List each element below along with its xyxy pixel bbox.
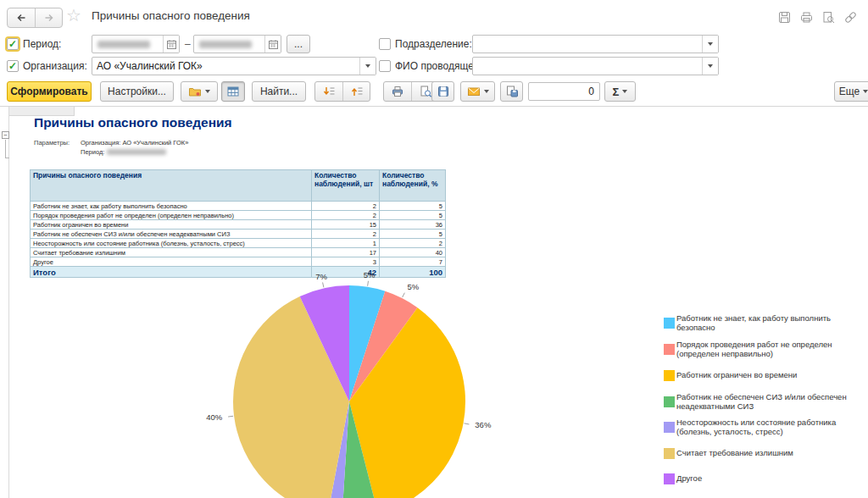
outline-gutter-line (8, 107, 9, 498)
save-result-button[interactable] (431, 81, 454, 102)
report-variants-button[interactable] (181, 81, 218, 102)
autosum-button[interactable]: Σ (604, 81, 636, 102)
favorite-star-icon[interactable]: ☆ (66, 5, 81, 25)
legend-item: Работник не знает, как работу выполнить … (664, 314, 867, 332)
table-cell-pct: 36 (380, 220, 446, 230)
print-button[interactable] (384, 82, 411, 101)
pie-label-tick (465, 423, 470, 424)
organization-checkbox[interactable] (7, 60, 19, 72)
table-header-row: Причины опасного поведения Количество на… (31, 170, 446, 202)
period-start-redacted-value (97, 41, 150, 48)
legend-item: Работник ограничен во времени (664, 370, 797, 381)
settings-button[interactable]: Настройки... (100, 81, 174, 102)
table-cell-label: Порядок проведения работ не определен (о… (31, 211, 312, 220)
legend-item: Неосторожность или состояние работника (… (664, 418, 867, 436)
column-header-count: Количество наблюдений, шт (312, 170, 380, 202)
organization-value: АО «Учалинский ГОК» (92, 60, 359, 72)
legend-label: Работник ограничен во времени (676, 371, 797, 380)
table-cell-count: 3 (312, 257, 380, 267)
organization-dropdown-button[interactable] (359, 58, 376, 75)
legend-swatch (664, 422, 675, 433)
legend-item: Считает требование излишним (664, 448, 793, 459)
nav-history-group (7, 8, 63, 28)
table-cell-label: Считает требование излишним (31, 248, 312, 257)
pie-percent-label: 36% (475, 420, 492, 429)
period-end-redacted-value (199, 41, 252, 48)
table-cell-count: 2 (312, 202, 380, 211)
pie-label-tick (403, 293, 405, 297)
save-to-clipboard-button[interactable] (500, 81, 523, 102)
group-collapse-toggle[interactable] (2, 131, 9, 139)
report-param-organization: Организация: АО «Учалинский ГОК» (81, 139, 188, 147)
pie-percent-label: 5% (408, 282, 420, 291)
legend-item: Порядок проведения работ не определен (о… (664, 340, 867, 358)
report-param-period: Период: (81, 148, 166, 156)
selected-sum-field[interactable] (528, 82, 600, 101)
forward-arrow-icon (42, 11, 56, 25)
legend-swatch (664, 396, 675, 407)
print-preview-icon (419, 85, 432, 98)
table-row[interactable]: Считает требование излишним1740 (31, 248, 446, 257)
show-table-toggle[interactable] (221, 81, 245, 102)
group-outline-line (5, 140, 6, 158)
legend-item: Работник не обеспечен СИЗ и/или обеспече… (664, 393, 867, 411)
grid-icon (226, 85, 240, 98)
legend-swatch (664, 370, 675, 381)
column-header-percent: Количество наблюдений, % (380, 170, 446, 202)
pie-percent-label: 7% (315, 272, 327, 281)
table-row[interactable]: Работник не обеспечен СИЗ и/или обеспече… (31, 230, 446, 239)
table-cell-pct: 7 (380, 257, 446, 267)
copy-save-icon (505, 85, 518, 98)
collapse-groups-button[interactable] (342, 82, 370, 101)
table-cell-count: 15 (312, 220, 380, 230)
chevron-down-icon (205, 90, 210, 93)
pie-label-tick (368, 281, 369, 286)
table-cell-count: 17 (312, 248, 380, 257)
report-params-label: Параметры: (34, 139, 70, 147)
legend-label: Работник не обеспечен СИЗ и/или обеспече… (676, 393, 867, 411)
report-table: Причины опасного поведения Количество на… (30, 169, 446, 278)
send-mail-button[interactable] (460, 81, 495, 102)
table-row[interactable]: Порядок проведения работ не определен (о… (31, 211, 446, 220)
legend-label: Работник не знает, как работу выполнить … (676, 314, 867, 332)
conductor-checkbox[interactable] (379, 60, 391, 72)
table-row[interactable]: Работник не знает, как работу выполнить … (31, 202, 446, 211)
expand-groups-button[interactable] (315, 82, 342, 101)
back-arrow-icon (14, 11, 28, 25)
legend-label: Считает требование излишним (676, 449, 793, 458)
find-button[interactable]: Найти... (252, 81, 306, 102)
table-cell-count: 1 (312, 239, 380, 248)
organization-combo[interactable]: АО «Учалинский ГОК» (92, 57, 376, 75)
table-row[interactable]: Работник ограничен во времени1536 (31, 220, 446, 230)
period-variants-button[interactable]: ... (287, 35, 310, 53)
period-start-input[interactable] (92, 35, 180, 53)
period-start-calendar-button[interactable] (163, 36, 179, 53)
table-row[interactable]: Неосторожность или состояние работника (… (31, 239, 446, 248)
period-end-calendar-button[interactable] (264, 36, 281, 53)
table-row[interactable]: Другое37 (31, 257, 446, 267)
expand-groups-icon (322, 85, 336, 98)
pie-percent-label: 5% (364, 270, 376, 279)
legend-label: Порядок проведения работ не определен (о… (676, 340, 867, 358)
table-cell-label: Работник ограничен во времени (31, 220, 312, 230)
table-cell-label: Неосторожность или состояние работника (… (31, 239, 312, 248)
division-checkbox[interactable] (379, 38, 391, 50)
back-button[interactable] (8, 8, 35, 27)
period-end-input[interactable] (193, 35, 281, 53)
sigma-icon: Σ (613, 86, 620, 98)
pie-label-tick (228, 416, 233, 417)
floppy-icon (437, 85, 449, 98)
page-title: Причины опасного поведения (92, 9, 250, 22)
generate-button[interactable]: Сформировать (7, 81, 92, 102)
legend-swatch (664, 318, 675, 329)
printer-icon (391, 85, 404, 98)
forward-button[interactable] (35, 8, 62, 27)
table-cell-pct: 5 (380, 202, 446, 211)
period-label: Период: (23, 38, 61, 50)
chevron-down-icon (365, 64, 370, 68)
report-param-period-redacted-value (107, 149, 166, 155)
pie-label-tick (323, 282, 324, 287)
period-checkbox[interactable] (7, 38, 19, 50)
report-table-body: Работник не знает, как работу выполнить … (31, 202, 446, 267)
table-cell-pct: 40 (380, 248, 446, 257)
